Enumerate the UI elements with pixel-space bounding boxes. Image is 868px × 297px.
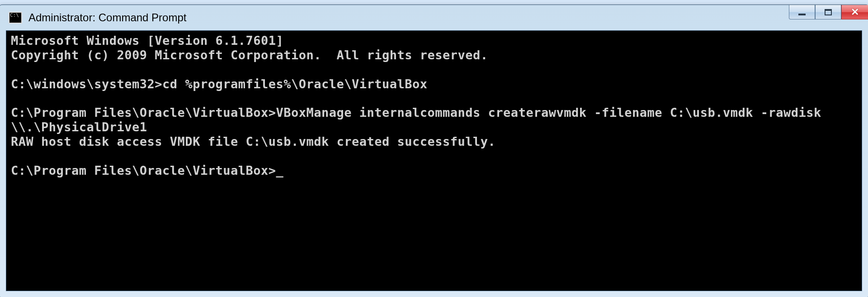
command-output: RAW host disk access VMDK file C:\usb.vm… (11, 134, 495, 148)
minimize-icon (798, 14, 806, 15)
version-line: Microsoft Windows [Version 6.1.7601] (11, 34, 283, 48)
maximize-icon (825, 9, 832, 15)
command-prompt-window: Administrator: Command Prompt ✕ Microsof… (0, 5, 868, 297)
prompt-path: C:\Program Files\Oracle\VirtualBox> (11, 163, 276, 177)
close-button[interactable]: ✕ (841, 5, 868, 19)
cursor: _ (276, 163, 283, 178)
minimize-button[interactable] (789, 5, 815, 19)
cmd-icon (9, 12, 22, 24)
command-input: cd %programfiles%\Oracle\VirtualBox (162, 77, 427, 91)
terminal-output[interactable]: Microsoft Windows [Version 6.1.7601] Cop… (6, 30, 862, 291)
prompt-path: C:\Program Files\Oracle\VirtualBox> (11, 105, 276, 120)
window-title: Administrator: Command Prompt (28, 11, 865, 24)
maximize-button[interactable] (815, 5, 841, 19)
prompt-path: C:\windows\system32> (11, 77, 162, 91)
window-controls: ✕ (789, 5, 868, 19)
close-icon: ✕ (851, 7, 859, 17)
titlebar[interactable]: Administrator: Command Prompt ✕ (0, 5, 868, 30)
copyright-line: Copyright (c) 2009 Microsoft Corporation… (11, 48, 488, 62)
